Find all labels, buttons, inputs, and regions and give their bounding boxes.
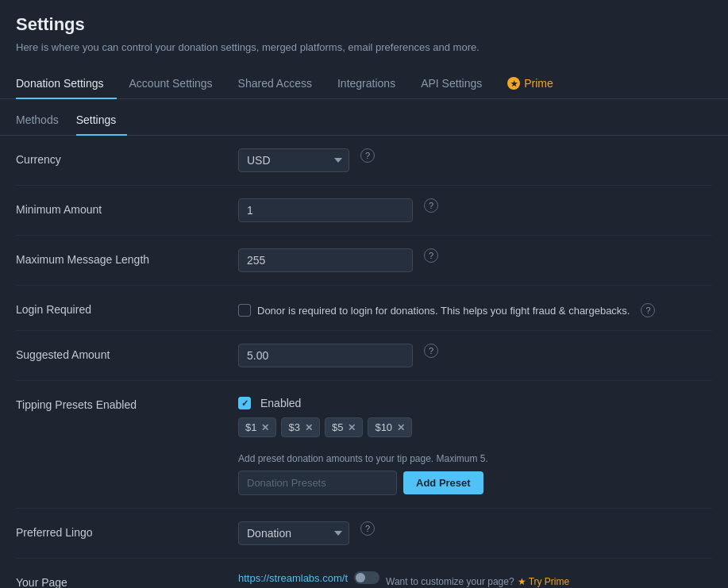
tipping-presets-label: Tipping Presets Enabled xyxy=(16,394,238,411)
tab-integrations[interactable]: Integrations xyxy=(325,69,408,99)
your-page-url-container: https://streamlabs.com/t xyxy=(238,571,379,584)
add-preset-hint: Add preset donation amounts to your tip … xyxy=(238,453,712,464)
login-required-checkbox[interactable] xyxy=(238,304,251,317)
settings-content: Currency USD EUR GBP CAD AUD ? Minimum A… xyxy=(0,136,728,588)
tab-account-settings[interactable]: Account Settings xyxy=(117,69,225,99)
subtab-settings[interactable]: Settings xyxy=(76,109,128,136)
currency-help-icon[interactable]: ? xyxy=(360,148,375,163)
try-prime-row: Want to customize your page? ★ Try Prime xyxy=(386,576,569,587)
preferred-lingo-select[interactable]: Donation Tip Contribution xyxy=(238,521,349,545)
tipping-presets-content: Enabled $1 ✕ $3 ✕ $5 ✕ xyxy=(238,394,712,495)
preferred-lingo-help-icon[interactable]: ? xyxy=(360,521,375,536)
preset-tag-2: $3 ✕ xyxy=(281,417,319,437)
login-required-help-icon[interactable]: ? xyxy=(641,303,655,317)
tab-prime[interactable]: ★ Prime xyxy=(495,69,566,99)
max-message-length-row: Maximum Message Length ? xyxy=(16,236,712,286)
page-title: Settings xyxy=(16,14,712,35)
minimum-amount-row: Minimum Amount ? xyxy=(16,186,712,236)
preset-tag-1: $1 ✕ xyxy=(238,417,276,437)
preset-tag-3: $5 ✕ xyxy=(325,417,363,437)
max-message-length-input[interactable] xyxy=(238,248,413,272)
preset-tags: $1 ✕ $3 ✕ $5 ✕ $10 ✕ xyxy=(238,417,712,437)
preset-tag-1-remove[interactable]: ✕ xyxy=(261,422,269,433)
login-required-checkbox-container: Donor is required to login for donations… xyxy=(238,300,655,317)
main-tabs: Donation Settings Account Settings Share… xyxy=(0,69,728,99)
page-header: Settings Here is where you can control y… xyxy=(0,0,728,69)
try-prime-link[interactable]: ★ Try Prime xyxy=(518,576,570,587)
add-preset-button[interactable]: Add Preset xyxy=(403,471,483,494)
page-subtitle: Here is where you can control your donat… xyxy=(16,41,712,53)
page-url-toggle[interactable] xyxy=(354,571,379,584)
minimum-amount-label: Minimum Amount xyxy=(16,198,238,216)
login-required-label: Login Required xyxy=(16,298,238,316)
minimum-amount-input[interactable] xyxy=(238,198,413,222)
tab-api-settings[interactable]: API Settings xyxy=(408,69,495,99)
preset-tag-1-value: $1 xyxy=(245,421,256,433)
max-message-length-label: Maximum Message Length xyxy=(16,248,238,266)
preset-tag-4-remove[interactable]: ✕ xyxy=(397,422,405,433)
preset-tag-3-value: $5 xyxy=(332,421,343,433)
max-message-length-help-icon[interactable]: ? xyxy=(424,248,438,263)
tipping-enabled-container: Enabled xyxy=(238,394,712,409)
suggested-amount-content: ? xyxy=(238,344,712,367)
preset-tag-2-remove[interactable]: ✕ xyxy=(305,422,313,433)
suggested-amount-help-icon[interactable]: ? xyxy=(424,344,438,358)
login-required-content: Donor is required to login for donations… xyxy=(238,298,712,317)
login-required-checkbox-label: Donor is required to login for donations… xyxy=(257,305,630,317)
tab-donation-settings[interactable]: Donation Settings xyxy=(16,69,117,99)
max-message-length-content: ? xyxy=(238,248,712,272)
currency-row: Currency USD EUR GBP CAD AUD ? xyxy=(16,136,712,186)
currency-label: Currency xyxy=(16,148,238,166)
your-page-label: Your Page xyxy=(16,571,238,588)
your-page-row: Your Page https://streamlabs.com/t Want … xyxy=(16,559,712,588)
preferred-lingo-content: Donation Tip Contribution ? xyxy=(238,521,712,545)
try-prime-hint: Want to customize your page? xyxy=(386,576,514,587)
preferred-lingo-label: Preferred Lingo xyxy=(16,521,238,539)
tab-shared-access[interactable]: Shared Access xyxy=(225,69,325,99)
prime-icon: ★ xyxy=(507,77,520,90)
your-page-content: https://streamlabs.com/t Want to customi… xyxy=(238,571,712,587)
currency-content: USD EUR GBP CAD AUD ? xyxy=(238,148,712,172)
sub-tabs: Methods Settings xyxy=(0,99,728,136)
tipping-presets-inner: Enabled $1 ✕ $3 ✕ $5 ✕ xyxy=(238,394,712,495)
add-preset-row: Add Preset xyxy=(238,471,712,495)
add-preset-section: Add preset donation amounts to your tip … xyxy=(238,453,712,495)
preset-tag-2-value: $3 xyxy=(288,421,299,433)
tipping-enabled-label: Enabled xyxy=(260,397,301,409)
preset-tag-3-remove[interactable]: ✕ xyxy=(348,422,356,433)
suggested-amount-label: Suggested Amount xyxy=(16,344,238,361)
suggested-amount-input[interactable] xyxy=(238,344,413,367)
suggested-amount-row: Suggested Amount ? xyxy=(16,331,712,381)
minimum-amount-help-icon[interactable]: ? xyxy=(424,198,438,213)
currency-select[interactable]: USD EUR GBP CAD AUD xyxy=(238,148,349,172)
preferred-lingo-row: Preferred Lingo Donation Tip Contributio… xyxy=(16,509,712,559)
minimum-amount-content: ? xyxy=(238,198,712,222)
subtab-methods[interactable]: Methods xyxy=(16,109,70,136)
preset-tag-4: $10 ✕ xyxy=(368,417,412,437)
preset-tag-4-value: $10 xyxy=(375,421,392,433)
tipping-enabled-checkbox[interactable] xyxy=(238,397,251,409)
your-page-url-text[interactable]: https://streamlabs.com/t xyxy=(238,572,348,584)
login-required-row: Login Required Donor is required to logi… xyxy=(16,286,712,331)
donation-presets-input[interactable] xyxy=(238,471,397,495)
tipping-presets-row: Tipping Presets Enabled Enabled $1 ✕ $3 … xyxy=(16,381,712,509)
page-url-toggle-knob xyxy=(356,573,365,582)
